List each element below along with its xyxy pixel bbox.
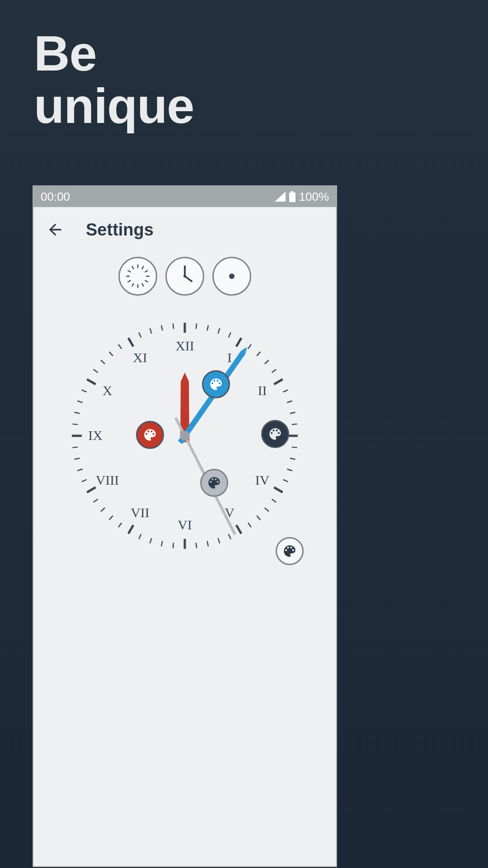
svg-line-6 (145, 280, 148, 282)
svg-line-37 (283, 480, 288, 482)
svg-line-60 (77, 469, 82, 471)
svg-line-46 (207, 541, 208, 547)
style-option-dot[interactable] (212, 257, 251, 296)
palette-second-hand[interactable] (200, 469, 228, 497)
svg-line-66 (77, 401, 82, 403)
signal-icon (275, 192, 286, 202)
svg-line-24 (248, 344, 251, 349)
svg-text:IV: IV (255, 472, 270, 487)
status-bar: 00:00 100% (33, 186, 336, 207)
clock-style-row (33, 257, 336, 296)
svg-line-35 (290, 458, 296, 459)
svg-line-70 (101, 360, 105, 364)
palette-icon (282, 543, 297, 559)
battery-icon (289, 191, 296, 202)
svg-line-53 (128, 525, 133, 533)
promo-line2: unique (34, 78, 194, 133)
svg-line-26 (265, 360, 269, 364)
svg-line-69 (94, 369, 98, 373)
back-button[interactable] (42, 217, 68, 242)
svg-text:X: X (103, 383, 113, 398)
svg-line-13 (132, 266, 134, 269)
palette-face[interactable] (261, 420, 289, 448)
clock-face: XIIIIIIIIIVVVIVIIVIIIIXXXI (67, 318, 302, 553)
svg-line-4 (145, 270, 148, 272)
svg-line-71 (109, 352, 113, 356)
svg-rect-0 (289, 193, 296, 202)
svg-line-54 (118, 523, 122, 528)
svg-line-27 (272, 369, 277, 373)
promo-line1: Be (34, 25, 97, 81)
palette-hour-hand[interactable] (136, 421, 164, 449)
svg-line-23 (236, 338, 241, 346)
svg-line-72 (118, 344, 122, 349)
ticks-dial-icon (124, 263, 151, 290)
svg-line-47 (196, 543, 197, 548)
svg-line-28 (274, 379, 282, 384)
svg-text:VI: VI (178, 517, 192, 532)
svg-line-42 (248, 523, 251, 528)
svg-line-30 (287, 401, 292, 403)
svg-rect-1 (291, 191, 294, 193)
svg-line-57 (94, 499, 98, 502)
svg-line-34 (292, 447, 297, 448)
palette-icon (142, 427, 158, 443)
svg-line-49 (173, 543, 174, 548)
svg-line-12 (128, 270, 131, 272)
svg-line-64 (72, 424, 78, 425)
palette-icon (206, 475, 222, 491)
svg-line-45 (218, 538, 220, 543)
status-right-cluster: 100% (275, 190, 329, 204)
svg-text:XI: XI (133, 350, 147, 365)
svg-line-41 (257, 516, 260, 520)
svg-line-38 (274, 487, 282, 492)
svg-line-20 (207, 325, 208, 330)
status-time: 00:00 (41, 190, 70, 204)
arrow-left-icon (46, 221, 64, 239)
svg-text:IX: IX (88, 428, 103, 443)
palette-icon (267, 426, 283, 442)
svg-line-76 (161, 325, 163, 330)
svg-line-59 (82, 480, 87, 482)
svg-line-43 (236, 525, 241, 533)
svg-line-29 (283, 390, 288, 392)
style-option-hands[interactable] (165, 257, 204, 296)
svg-line-50 (161, 541, 163, 547)
svg-line-32 (292, 424, 297, 425)
svg-line-51 (150, 538, 152, 543)
svg-line-65 (74, 412, 80, 414)
svg-line-19 (196, 323, 197, 329)
svg-text:I: I (227, 350, 232, 365)
svg-line-9 (132, 283, 134, 287)
svg-line-58 (87, 487, 95, 492)
center-dot-icon (218, 263, 245, 290)
svg-line-62 (72, 447, 78, 448)
svg-line-25 (257, 352, 260, 356)
svg-line-61 (74, 458, 80, 459)
svg-line-75 (150, 328, 152, 333)
svg-text:VII: VII (131, 505, 150, 520)
palette-icon (208, 377, 224, 392)
svg-line-67 (82, 390, 87, 392)
svg-line-22 (229, 333, 231, 338)
page-title: Settings (86, 220, 154, 240)
clock-hands-icon (171, 263, 198, 290)
svg-text:VIII: VIII (96, 472, 119, 487)
svg-line-36 (287, 469, 292, 471)
svg-point-17 (229, 274, 235, 279)
svg-line-40 (265, 508, 269, 511)
svg-point-16 (183, 275, 186, 278)
svg-line-21 (218, 328, 220, 333)
svg-line-10 (128, 280, 131, 282)
style-option-ticks[interactable] (118, 257, 157, 296)
svg-line-77 (173, 323, 174, 329)
svg-text:II: II (258, 383, 267, 398)
svg-line-7 (142, 283, 144, 287)
svg-line-74 (139, 333, 141, 338)
svg-point-94 (180, 431, 190, 441)
svg-line-31 (290, 412, 296, 414)
palette-background[interactable] (276, 537, 304, 565)
palette-minute-hand[interactable] (202, 370, 230, 398)
svg-line-68 (87, 379, 95, 384)
phone-frame: 00:00 100% Settings (33, 185, 337, 867)
